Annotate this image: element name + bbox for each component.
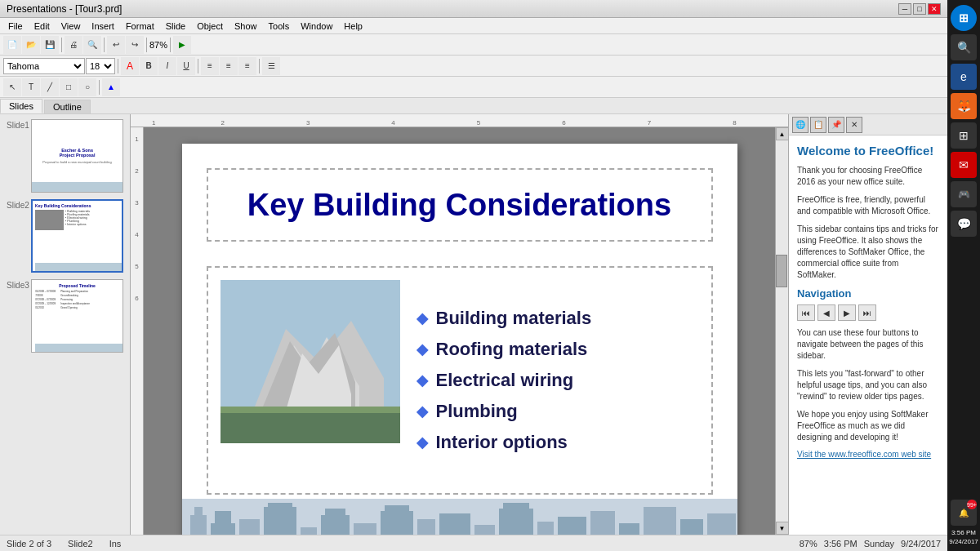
slide-title-box[interactable]: Key Building Considerations [207, 168, 713, 242]
sidebar-btn-2[interactable]: 📋 [810, 117, 826, 133]
svg-rect-11 [215, 511, 231, 527]
sidebar-para1: Thank you for choosing FreeOffice 2016 a… [797, 165, 939, 188]
minimize-button[interactable]: ─ [898, 3, 911, 15]
menu-object[interactable]: Object [192, 20, 228, 33]
maximize-button[interactable]: □ [913, 3, 926, 15]
font-color-button[interactable]: A [121, 57, 139, 75]
sidebar-btn-3[interactable]: 📌 [828, 117, 844, 133]
align-left-button[interactable]: ≡ [201, 57, 219, 75]
menu-slide[interactable]: Slide [161, 20, 190, 33]
right-sidebar: 🌐 📋 📌 ✕ Welcome to FreeOffice! Thank you… [788, 114, 947, 535]
scroll-up-button[interactable]: ▲ [776, 127, 789, 140]
start-button[interactable]: ⊞ [951, 5, 977, 31]
italic-button[interactable]: I [158, 57, 176, 75]
taskbar-mail-icon[interactable]: ✉ [951, 152, 977, 178]
tab-outline[interactable]: Outline [44, 100, 91, 113]
thumb2-title: Key Building Considerations [35, 203, 119, 208]
nav-last-button[interactable]: ⏭ [858, 304, 876, 321]
slide-thumb-3[interactable]: Proposed Timeline 01/2008 – 07/2008Plann… [31, 279, 123, 353]
scroll-track[interactable] [776, 140, 788, 522]
slide-thumb-1[interactable]: Escher & Sons Project Proposal Proposal … [31, 119, 123, 193]
menu-show[interactable]: Show [229, 20, 262, 33]
separator-4 [170, 38, 171, 52]
svg-rect-25 [503, 503, 529, 513]
sidebar-btn-4[interactable]: ✕ [846, 117, 862, 133]
fill-color-button[interactable]: ▲ [102, 78, 120, 96]
sidebar-title: Welcome to FreeOffice! [797, 144, 939, 158]
slide-row-1: Slide1 Escher & Sons Project Proposal Pr… [7, 119, 123, 193]
sidebar-link[interactable]: Visit the www.freeoffice.com web site [797, 450, 939, 459]
menu-format[interactable]: Format [121, 20, 159, 33]
slide-content-area[interactable]: ◆ Building materials ◆ Roofing materials… [207, 266, 713, 495]
separator-5 [118, 59, 118, 73]
tab-slides[interactable]: Slides [0, 99, 42, 113]
slide-cityline [182, 499, 737, 535]
align-center-button[interactable]: ≡ [220, 57, 238, 75]
bullet-3: ◆ Electrical wiring [416, 370, 699, 391]
nav-next-button[interactable]: ▶ [838, 304, 856, 321]
text-tool[interactable]: T [22, 78, 40, 96]
scroll-thumb[interactable] [776, 255, 787, 287]
diamond-icon-3: ◆ [416, 371, 428, 389]
svg-rect-20 [385, 505, 409, 515]
font-size-select[interactable]: 18 [86, 58, 115, 74]
day-display: Sunday [864, 539, 894, 549]
taskbar-steam-icon[interactable]: 🎮 [951, 181, 977, 207]
taskbar-chat-icon[interactable]: 💬 [951, 211, 977, 237]
nav-first-button[interactable]: ⏮ [797, 304, 815, 321]
thumb3-row3: 07/2008 – 07/2009Processing [35, 298, 119, 301]
status-left: Slide 2 of 3 Slide2 Ins [7, 539, 121, 549]
diamond-icon-5: ◆ [416, 433, 428, 451]
align-right-button[interactable]: ≡ [238, 57, 256, 75]
taskbar-ie-icon[interactable]: e [951, 64, 977, 90]
play-button[interactable]: ▶ [173, 36, 191, 54]
thumb1-title2: Project Proposal [60, 153, 96, 158]
select-tool[interactable]: ↖ [3, 78, 21, 96]
menu-file[interactable]: File [3, 20, 28, 33]
line-tool[interactable]: ╱ [41, 78, 59, 96]
titlebar: Presentations - [Tour3.prd] ─ □ ✕ [0, 0, 947, 18]
vertical-scrollbar[interactable]: ▲ ▼ [775, 127, 788, 535]
open-button[interactable]: 📂 [22, 36, 40, 54]
main-slide[interactable]: Key Building Considerations [182, 144, 737, 535]
taskbar-notification-icon[interactable]: 🔔 99+ [951, 500, 977, 526]
sidebar-nav-title: Navigation [797, 287, 939, 300]
new-button[interactable]: 📄 [3, 36, 21, 54]
menu-tools[interactable]: Tools [264, 20, 295, 33]
menu-view[interactable]: View [56, 20, 86, 33]
diamond-icon-1: ◆ [416, 309, 428, 327]
font-family-select[interactable]: Tahoma [3, 58, 85, 74]
zoom-level: 87% [800, 539, 817, 549]
bullet-text-1: Building materials [436, 308, 592, 329]
taskbar-apps-icon[interactable]: ⊞ [951, 122, 977, 149]
windows-taskbar: ⊞ 🔍 e 🦊 ⊞ ✉ 🎮 💬 🔔 99+ 3:56 PM 9/24/2017 [947, 0, 980, 551]
redo-button[interactable]: ↪ [126, 36, 144, 54]
statusbar: Slide 2 of 3 Slide2 Ins 87% 3:56 PM Sund… [0, 535, 947, 551]
sidebar-para3: This sidebar contains tips and tricks fo… [797, 224, 939, 281]
svg-rect-28 [590, 511, 615, 535]
slide-bullets: ◆ Building materials ◆ Roofing materials… [416, 280, 699, 481]
nav-prev-button[interactable]: ◀ [817, 304, 835, 321]
menu-edit[interactable]: Edit [29, 20, 55, 33]
close-button[interactable]: ✕ [928, 3, 941, 15]
menu-window[interactable]: Window [296, 20, 337, 33]
menu-help[interactable]: Help [339, 20, 368, 33]
bold-button[interactable]: B [140, 57, 158, 75]
save-button[interactable]: 💾 [41, 36, 59, 54]
slide-info: Slide 2 of 3 [7, 539, 51, 549]
preview-button[interactable]: 🔍 [83, 36, 101, 54]
menu-insert[interactable]: Insert [87, 20, 119, 33]
scroll-down-button[interactable]: ▼ [776, 522, 789, 535]
sidebar-btn-1[interactable]: 🌐 [792, 117, 808, 133]
slide-thumb-2[interactable]: Key Building Considerations • Building m… [31, 199, 123, 273]
rectangle-tool[interactable]: □ [60, 78, 78, 96]
print-button[interactable]: 🖨 [65, 36, 82, 54]
taskbar-firefox-icon[interactable]: 🦊 [951, 93, 977, 119]
bullets-button[interactable]: ☰ [262, 57, 280, 75]
underline-button[interactable]: U [177, 57, 195, 75]
ruler-vertical: 123456 [131, 127, 144, 535]
ellipse-tool[interactable]: ○ [78, 78, 96, 96]
taskbar-search-icon[interactable]: 🔍 [951, 34, 977, 60]
undo-button[interactable]: ↩ [107, 36, 125, 54]
svg-rect-26 [537, 522, 554, 535]
